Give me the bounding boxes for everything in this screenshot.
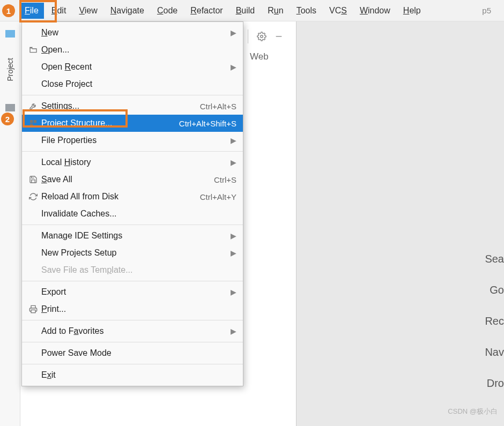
chevron-right-icon: ▶: [231, 63, 236, 71]
menu-separator: [22, 342, 243, 342]
svg-rect-4: [30, 120, 33, 123]
svg-point-2: [261, 35, 263, 38]
menu-edit[interactable]: Edit: [46, 3, 72, 19]
web-tab-label[interactable]: Web: [250, 51, 269, 62]
menu-item-label: Power Save Mode: [41, 348, 236, 358]
tool-window-strip: Project: [0, 21, 20, 426]
hint-goto: Go: [490, 284, 504, 296]
menu-item-label: Invalidate Caches...: [41, 209, 236, 219]
menu-item-shortcut: Ctrl+Alt+Y: [200, 192, 236, 201]
chevron-right-icon: ▶: [231, 158, 236, 167]
menu-item-add-to-favorites[interactable]: Add to Favorites▶: [22, 323, 243, 340]
menu-separator: [22, 364, 243, 364]
menu-help[interactable]: Help: [398, 3, 426, 19]
menu-navigate[interactable]: Navigate: [105, 3, 150, 19]
menu-window[interactable]: Window: [354, 3, 396, 19]
menu-item-label: File Properties: [41, 136, 226, 145]
menu-item-shortcut: Ctrl+S: [214, 175, 236, 184]
menu-item-shortcut: Ctrl+Alt+Shift+S: [179, 119, 236, 128]
reload-icon: [27, 192, 39, 201]
menu-refactor[interactable]: Refactor: [185, 3, 228, 19]
menu-item-label: Open Recent: [41, 62, 226, 72]
menu-item-project-structure[interactable]: Project Structure...Ctrl+Alt+Shift+S: [22, 115, 243, 132]
chevron-right-icon: ▶: [231, 28, 236, 37]
menu-file[interactable]: File: [19, 3, 44, 19]
struct-icon: [27, 119, 39, 128]
menu-view[interactable]: View: [73, 3, 102, 19]
menu-run[interactable]: Run: [262, 3, 288, 19]
project-folder-icon[interactable]: [5, 30, 15, 38]
menu-bar: FileEditViewNavigateCodeRefactorBuildRun…: [0, 0, 504, 21]
menu-separator: [22, 95, 243, 95]
menu-item-file-properties[interactable]: File Properties▶: [22, 132, 243, 149]
menu-item-invalidate-caches[interactable]: Invalidate Caches...: [22, 205, 243, 222]
menu-item-reload-all-from-disk[interactable]: Reload All from DiskCtrl+Alt+Y: [22, 188, 243, 205]
menu-separator: [22, 320, 243, 320]
watermark: CSDN @极小白: [448, 407, 498, 416]
menu-item-label: New Projects Setup: [41, 248, 226, 258]
menu-item-power-save-mode[interactable]: Power Save Mode: [22, 345, 243, 362]
menu-item-settings[interactable]: Settings...Ctrl+Alt+S: [22, 98, 243, 115]
print-icon: [27, 305, 39, 313]
menu-separator: [22, 225, 243, 225]
svg-rect-5: [34, 120, 36, 123]
menu-item-open[interactable]: Open...: [22, 41, 243, 58]
save-icon: [27, 175, 39, 184]
project-tool-tab[interactable]: Project: [6, 54, 14, 86]
svg-rect-6: [30, 124, 33, 126]
chevron-right-icon: ▶: [231, 231, 236, 240]
chevron-right-icon: ▶: [231, 249, 236, 257]
menu-item-label: Close Project: [41, 79, 236, 89]
hint-nav: Nav: [485, 346, 504, 358]
menu-vcs[interactable]: VCS: [324, 3, 352, 19]
menu-item-local-history[interactable]: Local History▶: [22, 154, 243, 171]
chevron-right-icon: ▶: [231, 288, 236, 296]
menu-item-close-project[interactable]: Close Project: [22, 76, 243, 93]
menu-item-label: Manage IDE Settings: [41, 231, 226, 241]
menu-item-new-projects-setup[interactable]: New Projects Setup▶: [22, 244, 243, 261]
menu-item-label: Save File as Template...: [41, 265, 236, 275]
menu-separator: [22, 151, 243, 152]
gear-icon[interactable]: [255, 29, 269, 43]
menu-item-label: Export: [41, 287, 226, 297]
hint-drop: Dro: [487, 377, 504, 390]
menu-item-manage-ide-settings[interactable]: Manage IDE Settings▶: [22, 227, 243, 244]
toolbar-separator: [248, 29, 248, 43]
menu-item-label: New: [41, 28, 226, 38]
menu-item-exit[interactable]: Exit: [22, 367, 243, 384]
menu-item-save-file-as-template: Save File as Template...: [22, 261, 243, 279]
hint-search: Sea: [485, 253, 504, 265]
chevron-right-icon: ▶: [231, 327, 236, 335]
menu-item-label: Open...: [41, 45, 236, 55]
menu-item-label: Print...: [41, 304, 236, 314]
menu-item-print[interactable]: Print...: [22, 301, 243, 318]
secondary-folder-icon[interactable]: [5, 104, 15, 111]
menu-build[interactable]: Build: [231, 3, 261, 19]
menu-item-save-all[interactable]: Save AllCtrl+S: [22, 171, 243, 188]
menu-code[interactable]: Code: [152, 3, 183, 19]
svg-rect-3: [276, 36, 282, 36]
menu-item-new[interactable]: New▶: [22, 24, 243, 41]
project-view-toolbar: [244, 21, 286, 51]
menu-separator: [22, 281, 243, 281]
minimize-icon[interactable]: [272, 29, 286, 43]
annotation-badge-1: 1: [2, 4, 15, 17]
wrench-icon: [27, 102, 39, 110]
menu-item-label: Settings...: [41, 101, 200, 111]
menu-item-export[interactable]: Export▶: [22, 283, 243, 301]
menu-item-open-recent[interactable]: Open Recent▶: [22, 58, 243, 76]
chevron-right-icon: ▶: [231, 136, 236, 145]
menu-item-label: Exit: [41, 370, 236, 380]
menu-item-label: Project Structure...: [41, 118, 179, 128]
folder-open-icon: [27, 46, 39, 54]
annotation-badge-2: 2: [1, 113, 14, 125]
menu-tools[interactable]: Tools: [291, 3, 322, 19]
project-name-label: p5: [482, 6, 500, 15]
file-menu-dropdown: New▶Open...Open Recent▶Close ProjectSett…: [21, 21, 243, 386]
menu-item-label: Save All: [41, 175, 214, 184]
menu-item-label: Add to Favorites: [41, 326, 226, 336]
hint-recent: Rec: [485, 315, 504, 327]
menu-item-label: Reload All from Disk: [41, 192, 200, 201]
menu-item-label: Local History: [41, 158, 226, 167]
svg-rect-7: [31, 310, 35, 312]
